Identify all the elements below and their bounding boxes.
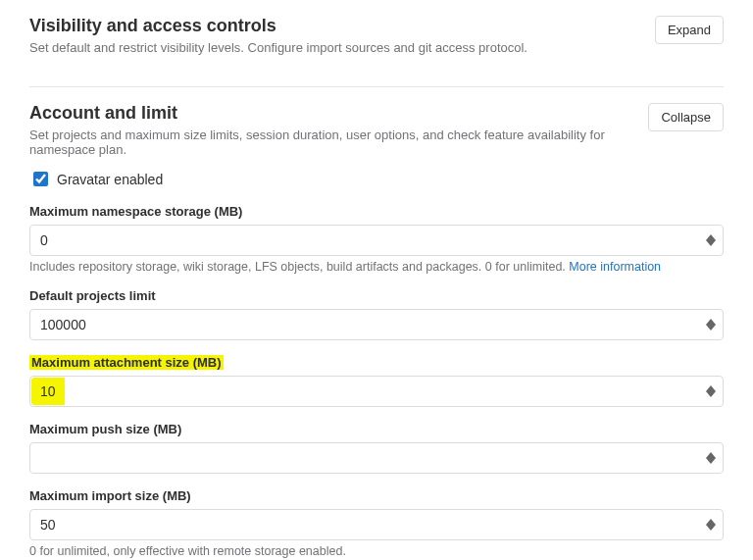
input-wrap	[29, 442, 724, 474]
input-wrap	[29, 376, 724, 407]
label-attachment-size: Maximum attachment size (MB)	[29, 355, 224, 370]
number-stepper-icon[interactable]	[706, 319, 720, 331]
more-information-link[interactable]: More information	[569, 260, 661, 274]
input-wrap	[29, 509, 724, 540]
section-header: Account and limit Set projects and maxim…	[29, 103, 724, 157]
field-push-size: Maximum push size (MB)	[29, 421, 724, 474]
label-import-size: Maximum import size (MB)	[29, 488, 191, 503]
section-desc-account: Set projects and maximum size limits, se…	[29, 127, 632, 157]
input-import-size[interactable]	[29, 509, 724, 540]
section-desc-visibility: Set default and restrict visibility leve…	[29, 40, 527, 55]
input-namespace-storage[interactable]	[29, 225, 724, 256]
section-title-account: Account and limit	[29, 103, 632, 124]
section-header: Visibility and access controls Set defau…	[29, 16, 724, 55]
divider	[29, 86, 724, 87]
gravatar-label[interactable]: Gravatar enabled	[57, 172, 163, 187]
number-stepper-icon[interactable]	[706, 519, 720, 531]
number-stepper-icon[interactable]	[706, 234, 720, 246]
help-namespace-storage: Includes repository storage, wiki storag…	[29, 260, 724, 274]
gravatar-row: Gravatar enabled	[29, 169, 724, 189]
expand-button[interactable]: Expand	[655, 16, 724, 44]
input-push-size[interactable]	[29, 442, 724, 474]
input-wrap	[29, 309, 724, 340]
section-visibility: Visibility and access controls Set defau…	[29, 16, 724, 71]
label-namespace-storage: Maximum namespace storage (MB)	[29, 204, 242, 219]
gravatar-checkbox[interactable]	[33, 172, 48, 186]
field-attachment-size: Maximum attachment size (MB)	[29, 354, 724, 407]
account-form: Gravatar enabled Maximum namespace stora…	[29, 169, 724, 560]
label-projects-limit: Default projects limit	[29, 288, 156, 303]
input-projects-limit[interactable]	[29, 309, 724, 340]
section-title-visibility: Visibility and access controls	[29, 16, 527, 36]
help-import-size: 0 for unlimited, only effective with rem…	[29, 544, 724, 558]
collapse-button[interactable]: Collapse	[648, 103, 724, 131]
number-stepper-icon[interactable]	[706, 385, 720, 397]
number-stepper-icon[interactable]	[706, 452, 720, 464]
section-account-limit: Account and limit Set projects and maxim…	[29, 103, 724, 560]
field-projects-limit: Default projects limit	[29, 287, 724, 340]
field-import-size: Maximum import size (MB) 0 for unlimited…	[29, 487, 724, 558]
field-namespace-storage: Maximum namespace storage (MB) Includes …	[29, 203, 724, 274]
input-attachment-size[interactable]	[30, 377, 699, 406]
input-wrap	[29, 225, 724, 256]
label-push-size: Maximum push size (MB)	[29, 422, 181, 436]
